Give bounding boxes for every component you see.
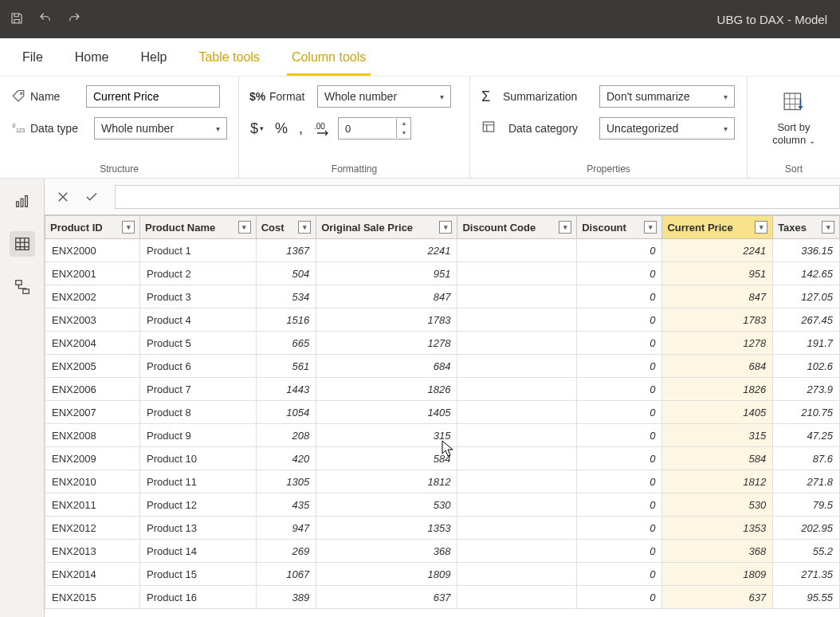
cell-original_sale_price[interactable]: 368: [316, 540, 457, 563]
cell-cost[interactable]: 1305: [256, 470, 316, 493]
cell-original_sale_price[interactable]: 1353: [316, 517, 457, 540]
cell-cost[interactable]: 1516: [256, 308, 316, 332]
cell-discount[interactable]: 0: [577, 586, 662, 609]
cell-taxes[interactable]: 47.25: [773, 424, 840, 447]
cell-cost[interactable]: 435: [256, 493, 316, 517]
table-row[interactable]: ENX2010Product 111305181201812271.8: [45, 470, 840, 493]
cell-discount[interactable]: 0: [577, 239, 662, 262]
cell-current_price[interactable]: 368: [662, 540, 773, 563]
cell-taxes[interactable]: 55.2: [773, 540, 840, 563]
cell-discount_code[interactable]: [457, 401, 577, 424]
spinner-down-icon[interactable]: ▾: [397, 128, 410, 138]
data-grid[interactable]: Product ID▾Product Name▾Cost▾Original Sa…: [45, 215, 840, 617]
cell-current_price[interactable]: 1783: [662, 308, 773, 332]
cell-product_name[interactable]: Product 14: [140, 540, 257, 563]
cell-current_price[interactable]: 1812: [662, 470, 773, 493]
cell-product_name[interactable]: Product 7: [140, 378, 257, 401]
cell-cost[interactable]: 534: [256, 285, 316, 308]
cell-taxes[interactable]: 271.8: [773, 470, 840, 493]
table-row[interactable]: ENX2011Product 12435530053079.5: [45, 493, 840, 517]
cell-cost[interactable]: 665: [256, 332, 316, 355]
cell-original_sale_price[interactable]: 1405: [316, 401, 457, 424]
cell-taxes[interactable]: 127.05: [773, 285, 840, 308]
cell-discount_code[interactable]: [457, 378, 577, 401]
cell-discount_code[interactable]: [457, 424, 577, 447]
cell-taxes[interactable]: 271.35: [773, 563, 840, 586]
cell-product_id[interactable]: ENX2007: [45, 401, 140, 424]
cell-discount_code[interactable]: [457, 517, 577, 540]
cell-current_price[interactable]: 847: [662, 285, 773, 308]
cell-product_name[interactable]: Product 10: [140, 447, 257, 470]
column-header-current_price[interactable]: Current Price▾: [662, 216, 773, 239]
cell-product_name[interactable]: Product 3: [140, 285, 257, 308]
cell-product_id[interactable]: ENX2001: [45, 262, 140, 285]
cell-discount_code[interactable]: [457, 447, 577, 470]
table-row[interactable]: ENX2001Product 25049510951142.65: [45, 262, 840, 285]
cell-taxes[interactable]: 202.95: [773, 517, 840, 540]
cancel-formula-button[interactable]: [53, 187, 73, 207]
cell-current_price[interactable]: 530: [662, 493, 773, 517]
formula-input[interactable]: [115, 185, 840, 209]
cell-original_sale_price[interactable]: 1278: [316, 332, 457, 355]
cell-current_price[interactable]: 1405: [662, 401, 773, 424]
cell-discount_code[interactable]: [457, 285, 577, 308]
cell-original_sale_price[interactable]: 1812: [316, 470, 457, 493]
column-header-taxes[interactable]: Taxes▾: [773, 216, 840, 239]
data-category-combo[interactable]: Uncategorized ▾: [599, 117, 735, 140]
filter-dropdown-icon[interactable]: ▾: [822, 221, 834, 234]
table-row[interactable]: ENX2006Product 71443182601826273.9: [45, 378, 840, 401]
cell-current_price[interactable]: 1278: [662, 332, 773, 355]
cell-discount_code[interactable]: [457, 563, 577, 586]
cell-original_sale_price[interactable]: 530: [316, 493, 457, 517]
cell-product_name[interactable]: Product 5: [140, 332, 257, 355]
cell-discount[interactable]: 0: [577, 355, 662, 378]
cell-product_id[interactable]: ENX2005: [45, 355, 140, 378]
cell-taxes[interactable]: 79.5: [773, 493, 840, 517]
cell-cost[interactable]: 208: [256, 424, 316, 447]
table-row[interactable]: ENX2003Product 41516178301783267.45: [45, 308, 840, 332]
cell-taxes[interactable]: 336.15: [773, 239, 840, 262]
cell-discount[interactable]: 0: [577, 401, 662, 424]
table-row[interactable]: ENX2005Product 65616840684102.6: [45, 355, 840, 378]
cell-cost[interactable]: 561: [256, 355, 316, 378]
cell-discount[interactable]: 0: [577, 308, 662, 332]
cell-product_name[interactable]: Product 8: [140, 401, 257, 424]
cell-product_id[interactable]: ENX2000: [45, 239, 140, 262]
cell-cost[interactable]: 947: [256, 517, 316, 540]
cell-taxes[interactable]: 102.6: [773, 355, 840, 378]
tab-table-tools[interactable]: Table tools: [183, 38, 276, 76]
cell-taxes[interactable]: 267.45: [773, 308, 840, 332]
tab-help[interactable]: Help: [124, 38, 183, 76]
cell-discount_code[interactable]: [457, 308, 577, 332]
cell-product_id[interactable]: ENX2002: [45, 285, 140, 308]
cell-original_sale_price[interactable]: 2241: [316, 239, 457, 262]
cell-original_sale_price[interactable]: 1826: [316, 378, 457, 401]
cell-product_name[interactable]: Product 2: [140, 262, 257, 285]
cell-current_price[interactable]: 1353: [662, 517, 773, 540]
cell-product_name[interactable]: Product 1: [140, 239, 257, 262]
table-row[interactable]: ENX2004Product 5665127801278191.7: [45, 332, 840, 355]
table-row[interactable]: ENX2015Product 16389637063795.55: [45, 586, 840, 609]
name-input[interactable]: [86, 85, 220, 108]
cell-current_price[interactable]: 584: [662, 447, 773, 470]
undo-icon[interactable]: [38, 11, 53, 28]
percent-button[interactable]: %: [275, 120, 288, 137]
decimal-button[interactable]: .00: [314, 121, 332, 136]
cell-discount_code[interactable]: [457, 470, 577, 493]
cell-cost[interactable]: 1367: [256, 239, 316, 262]
filter-dropdown-icon[interactable]: ▾: [298, 221, 311, 234]
cell-discount[interactable]: 0: [577, 378, 662, 401]
cell-discount_code[interactable]: [457, 239, 577, 262]
cell-taxes[interactable]: 142.65: [773, 262, 840, 285]
table-row[interactable]: ENX2013Product 14269368036855.2: [45, 540, 840, 563]
cell-current_price[interactable]: 637: [662, 586, 773, 609]
column-header-cost[interactable]: Cost▾: [256, 216, 316, 239]
filter-dropdown-icon[interactable]: ▾: [238, 221, 251, 234]
sort-by-column-button[interactable]: Sort by column ⌄: [761, 84, 826, 151]
cell-original_sale_price[interactable]: 637: [316, 586, 457, 609]
cell-product_id[interactable]: ENX2006: [45, 378, 140, 401]
cell-taxes[interactable]: 87.6: [773, 447, 840, 470]
cell-product_id[interactable]: ENX2011: [45, 493, 140, 517]
cell-discount_code[interactable]: [457, 493, 577, 517]
cell-product_id[interactable]: ENX2014: [45, 563, 140, 586]
